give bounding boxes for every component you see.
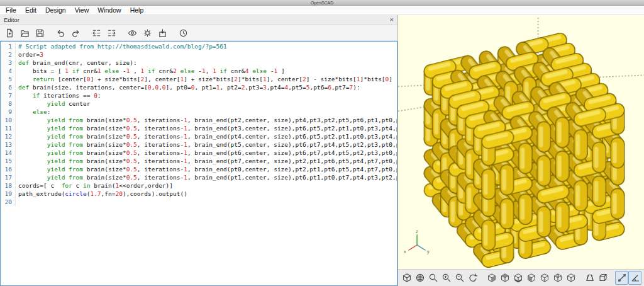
viewport-panel — [398, 15, 644, 286]
code-line[interactable]: 15 yield from brain(size*0.5, iterations… — [1, 157, 397, 165]
line-number: 19 — [1, 190, 16, 198]
view-bottom-button[interactable] — [511, 271, 525, 285]
line-number: 9 — [1, 108, 16, 116]
close-icon[interactable]: × — [390, 16, 394, 23]
line-number: 12 — [1, 132, 16, 140]
preview-button[interactable] — [125, 26, 139, 40]
line-number: 20 — [1, 198, 16, 206]
undo-button[interactable] — [53, 26, 67, 40]
line-number: 10 — [1, 116, 16, 124]
code-line[interactable]: 18coords=[ c for c in brain(1<<order,ord… — [1, 181, 397, 190]
code-line[interactable]: 4 bits = [ 1 if cnr&1 else -1 , 1 if cnr… — [1, 67, 397, 75]
new-file-icon — [5, 28, 14, 38]
view-right-button[interactable] — [485, 271, 498, 285]
code-text: yield from brain(size*0.5, iterations-1,… — [16, 149, 397, 157]
menu-edit[interactable]: Edit — [21, 6, 41, 14]
code-text: path_extrude(circle(1.7,fn=20),coords).o… — [16, 190, 187, 198]
code-line[interactable]: 1# Script adapted from http://thomasdiew… — [1, 42, 397, 50]
code-line[interactable]: 9 else: — [1, 108, 397, 116]
view-back-button[interactable] — [551, 271, 564, 285]
code-line[interactable]: 5 return [center[0] + size*bits[2], cent… — [1, 75, 397, 83]
code-line[interactable]: 14 yield from brain(size*0.5, iterations… — [1, 149, 397, 157]
orthogonal-button[interactable] — [596, 271, 609, 285]
zoom-out-button[interactable] — [453, 271, 466, 285]
code-line[interactable]: 19path_extrude(circle(1.7,fn=20),coords)… — [1, 190, 397, 198]
unindent-icon — [92, 28, 101, 38]
redo-button[interactable] — [69, 26, 82, 40]
code-text: else: — [16, 108, 51, 116]
render-button[interactable] — [140, 26, 154, 40]
viewport-toolbar — [398, 269, 644, 286]
code-text: yield from brain(size*0.5, iterations-1,… — [16, 140, 397, 149]
view-right-icon — [487, 273, 497, 283]
indent-button[interactable] — [104, 26, 118, 40]
code-text: yield from brain(size*0.5, iterations-1,… — [16, 124, 397, 132]
line-number: 17 — [1, 173, 16, 181]
code-line[interactable]: 3def brain_end(cnr, center, size): — [1, 59, 397, 67]
line-number: 2 — [1, 50, 16, 59]
perspective-button[interactable] — [583, 271, 596, 285]
open-button[interactable] — [18, 26, 31, 40]
preview-icon — [128, 28, 137, 38]
line-number: 14 — [1, 149, 16, 157]
code-line[interactable]: 12 yield from brain(size*0.5, iterations… — [1, 132, 397, 140]
code-editor[interactable]: 1# Script adapted from http://thomasdiew… — [0, 41, 397, 286]
editor-panel-title: Editor — [4, 16, 19, 23]
code-text: yield from brain(size*0.5, iterations-1,… — [16, 116, 397, 124]
save-button[interactable] — [33, 26, 47, 40]
menu-file[interactable]: File — [1, 6, 21, 14]
zoom-in-icon — [441, 273, 452, 283]
editor-panel-header[interactable]: Editor × — [0, 15, 397, 25]
zoom-in-button[interactable] — [440, 271, 453, 285]
view-front-button[interactable] — [538, 271, 551, 285]
line-number: 3 — [1, 59, 16, 67]
view-diagonal-button[interactable] — [564, 271, 577, 285]
view-all-button[interactable] — [400, 271, 413, 285]
editor-toolbar — [0, 25, 397, 41]
unindent-button[interactable] — [89, 26, 103, 40]
editor-panel: Editor × 1# Script adapted from http://t… — [0, 15, 398, 286]
menubar: FileEditDesignViewWindowHelp — [0, 6, 644, 15]
measure-distance-button[interactable] — [615, 271, 628, 285]
code-text: def brain(size, iterations, center=[0,0,… — [16, 83, 360, 91]
code-line[interactable]: 7 if iterations == 0: — [1, 91, 397, 100]
code-text — [16, 198, 22, 206]
code-line[interactable]: 20 — [1, 198, 397, 206]
view-top-button[interactable] — [498, 271, 511, 285]
window-title: OpenSCAD — [311, 1, 334, 5]
measure-angle-button[interactable] — [628, 271, 641, 285]
viewport-canvas[interactable] — [398, 15, 644, 269]
code-text: bits = [ 1 if cnr&1 else -1 , 1 if cnr&2… — [16, 67, 285, 75]
menu-help[interactable]: Help — [126, 6, 148, 14]
code-line[interactable]: 16 yield from brain(size*0.5, iterations… — [1, 165, 397, 173]
undo-icon — [56, 28, 65, 38]
view-left-button[interactable] — [525, 271, 538, 285]
measure-angle-icon — [630, 273, 640, 283]
new-file-button[interactable] — [3, 26, 16, 40]
code-line[interactable]: 17 yield from brain(size*0.5, iterations… — [1, 173, 397, 181]
save-icon — [35, 28, 45, 38]
export-stl-button[interactable] — [155, 26, 169, 40]
code-line[interactable]: 10 yield from brain(size*0.5, iterations… — [1, 116, 397, 124]
animate-button[interactable] — [176, 26, 190, 40]
code-line[interactable]: 8 yield center — [1, 100, 397, 108]
code-line[interactable]: 2order=3 — [1, 50, 397, 59]
indent-icon — [107, 28, 116, 38]
rotate-view-button[interactable] — [466, 271, 479, 285]
menu-view[interactable]: View — [70, 6, 94, 14]
zoom-all-button[interactable] — [426, 271, 440, 285]
reset-view-button[interactable] — [413, 271, 426, 285]
line-number: 7 — [1, 91, 16, 100]
zoom-all-icon — [428, 273, 438, 283]
main-area: Editor × 1# Script adapted from http://t… — [0, 15, 644, 286]
code-text: # Script adapted from http://thomasdiewa… — [16, 42, 227, 50]
window-titlebar[interactable]: OpenSCAD — [0, 0, 644, 6]
code-text: yield from brain(size*0.5, iterations-1,… — [16, 173, 397, 181]
line-number: 15 — [1, 157, 16, 165]
menu-design[interactable]: Design — [41, 6, 70, 14]
menu-window[interactable]: Window — [93, 6, 125, 14]
code-line[interactable]: 11 yield from brain(size*0.5, iterations… — [1, 124, 397, 132]
code-line[interactable]: 13 yield from brain(size*0.5, iterations… — [1, 140, 397, 149]
line-number: 18 — [1, 181, 16, 190]
code-line[interactable]: 6def brain(size, iterations, center=[0,0… — [1, 83, 397, 91]
